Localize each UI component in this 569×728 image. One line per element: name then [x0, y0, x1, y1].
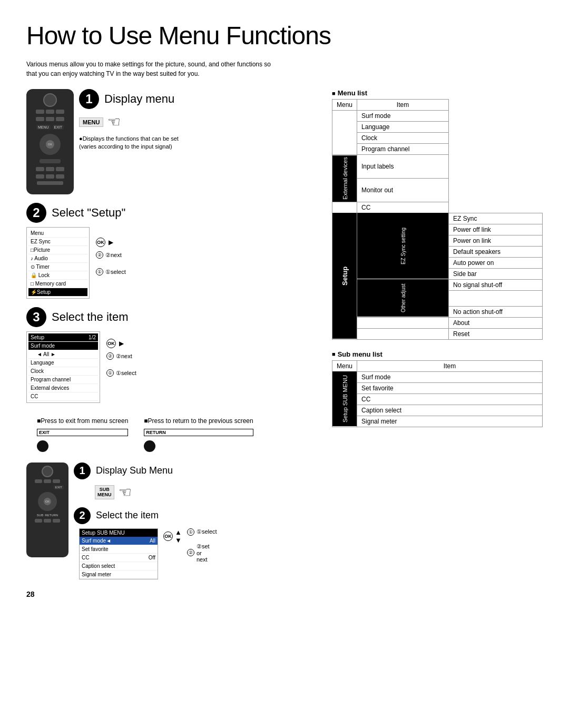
table-row: About [332, 317, 543, 328]
sub-menu-list-title-text: Sub menu list [338, 350, 382, 358]
arrow-right: ▶ [109, 239, 113, 246]
remote-btn-row-3 [36, 167, 64, 171]
menu-exit-labels: MENU EXIT [36, 125, 64, 130]
step3-annotations: OK ▶ ② ②next ① ①select [106, 339, 136, 377]
remote-btn-row-4 [36, 174, 64, 179]
remote2-btn-row-2 [35, 519, 60, 523]
step1-area: MENU EXIT OK [26, 89, 321, 194]
item-defaultspeakers: Default speakers [449, 246, 543, 257]
menu-item-audio: ♪ Audio [28, 254, 87, 263]
sub-table-row: CC [332, 393, 543, 405]
sub-item-cc: CC [357, 393, 543, 405]
sub-cat-setup: Setup SUB MENU [332, 371, 357, 427]
step2-content: Menu EZ Sync □Picture ♪ Audio ⊙ Timer 🔒 … [26, 227, 321, 299]
exit-return-section: ■Press to exit from menu screen EXIT ■Pr… [37, 411, 321, 457]
sub-arrows: ▲▼ [175, 528, 182, 544]
remote2-nav: OK [38, 492, 57, 511]
cat-empty-1 [332, 111, 357, 155]
sub-step1-header: 1 Display Sub Menu [74, 463, 321, 479]
item-empty [449, 290, 543, 306]
ok-nav-area: OK ▶ [96, 238, 126, 247]
remote-illustration-2: EXIT OK SUB RETURN [26, 463, 68, 557]
cat-ezsync: EZ Sync setting [357, 213, 449, 279]
sub-table-row: Set favorite [332, 382, 543, 393]
table-row: CC [332, 202, 543, 213]
item-monitorout: Monitor out [357, 178, 449, 202]
menu-item-setup: ⚡Setup [28, 288, 87, 297]
sub-set-ann: ② ②set or next [187, 543, 217, 563]
table-row: Program channel [332, 144, 543, 155]
sub-menu-list-section: Sub menu list Menu Item Setup SUB MENU S… [332, 350, 543, 427]
sub-menu-table: Menu Item Setup SUB MENU Surf mode Set f… [332, 360, 543, 427]
remote2-btn [53, 519, 60, 523]
sub-step2-header: 2 Select the item [74, 507, 321, 524]
step2-title: Select "Setup" [52, 206, 125, 220]
setup-item-clock: Clock [28, 367, 98, 376]
circle-2: ② [96, 251, 103, 259]
intro-text: Various menus allow you to make settings… [26, 60, 274, 78]
remote-btn [56, 167, 64, 171]
return-button[interactable] [144, 440, 155, 452]
cat-empty-reset [357, 328, 449, 339]
sub-menu-section: EXIT OK SUB RETURN [26, 463, 321, 579]
step2-annotations: OK ▶ ② ②next ① ①select [96, 238, 126, 276]
menu-button-icon[interactable]: MENU [79, 117, 103, 127]
item-about: About [449, 317, 543, 328]
sub-row-setfavorite: Set favorite [80, 545, 158, 554]
sub-table-row: Signal meter [332, 416, 543, 427]
remote2-ok[interactable]: OK [44, 498, 51, 505]
remote2-btn [35, 519, 42, 523]
table-row: Monitor out [332, 178, 543, 202]
menu-label: MENU [36, 125, 51, 130]
sub-main-area: EXIT OK SUB RETURN [26, 463, 321, 579]
step2-number: 2 [26, 203, 46, 223]
sub-menu-button[interactable]: SUBMENU [95, 485, 114, 500]
sub-row-signalmeter: Signal meter [80, 570, 158, 579]
sub-step2-ann: ① ①select ② ②set or next [187, 528, 217, 563]
menu-item-picture: □Picture [28, 246, 87, 254]
exit-label: EXIT [53, 125, 64, 130]
item-nosignalshutoff: No signal shut-off [449, 279, 543, 290]
setup-item-surfmode: Surf mode [28, 342, 98, 350]
sub-menu-return-area: SUB RETURN [37, 514, 58, 517]
sub-step2-number: 2 [74, 507, 91, 524]
menu-list-title: Menu list [332, 89, 543, 97]
sub-circle-1: ① [187, 528, 194, 536]
step3-select-annotation: ① ①select [106, 369, 136, 377]
remote-btn [36, 174, 44, 179]
hand-icon: ☞ [107, 113, 121, 131]
ok-button[interactable]: OK [46, 140, 54, 149]
remote-illustration-1: MENU EXIT OK [26, 89, 74, 194]
sub-step2-content: Setup SUB MENU Surf mode◄All Set favorit… [79, 528, 321, 579]
item-cc: CC [357, 202, 449, 213]
sub-select-ann: ① ①select [187, 528, 217, 536]
table-row: Reset [332, 328, 543, 339]
remote-btn [56, 174, 64, 179]
menu-icon-area: MENU ☞ [79, 113, 321, 131]
setup-item-programchannel: Program channel [28, 376, 98, 384]
remote2-sensor [42, 466, 53, 477]
menu-item-lock: 🔒 Lock [28, 271, 87, 280]
sub-menu-steps: 1 Display Sub Menu SUBMENU ☞ 2 [74, 463, 321, 579]
col-menu: Menu [332, 100, 357, 111]
page-title: How to Use Menu Functions [26, 21, 543, 50]
step3-next-annotation: ② ②next [106, 352, 136, 360]
item-sidebar: Side bar [449, 268, 543, 279]
cat-otheradjust: Other adjust [357, 279, 449, 317]
cat-empty-about [357, 317, 449, 328]
menu-item-timer: ⊙ Timer [28, 263, 87, 271]
sub-row-cc: CCOff [80, 554, 158, 562]
page-number: 28 [26, 590, 321, 598]
remote2-btn [53, 479, 60, 483]
setup-item-all: ◄ All ► [28, 350, 98, 359]
sub-menu-screen: Setup SUB MENU Surf mode◄All Set favorit… [79, 528, 158, 579]
sub-item-signalmeter: Signal meter [357, 416, 543, 427]
sub-table-row: Setup SUB MENU Surf mode [332, 371, 543, 382]
menu-table: Menu Item Surf mode Language [332, 99, 543, 340]
remote-nav: OK [40, 134, 61, 155]
remote-return-bar [40, 159, 61, 163]
item-clock: Clock [357, 133, 449, 144]
exit-button[interactable] [37, 440, 48, 452]
sub-circle-2: ② [187, 549, 194, 556]
sub-item-surfmode: Surf mode [357, 371, 543, 382]
